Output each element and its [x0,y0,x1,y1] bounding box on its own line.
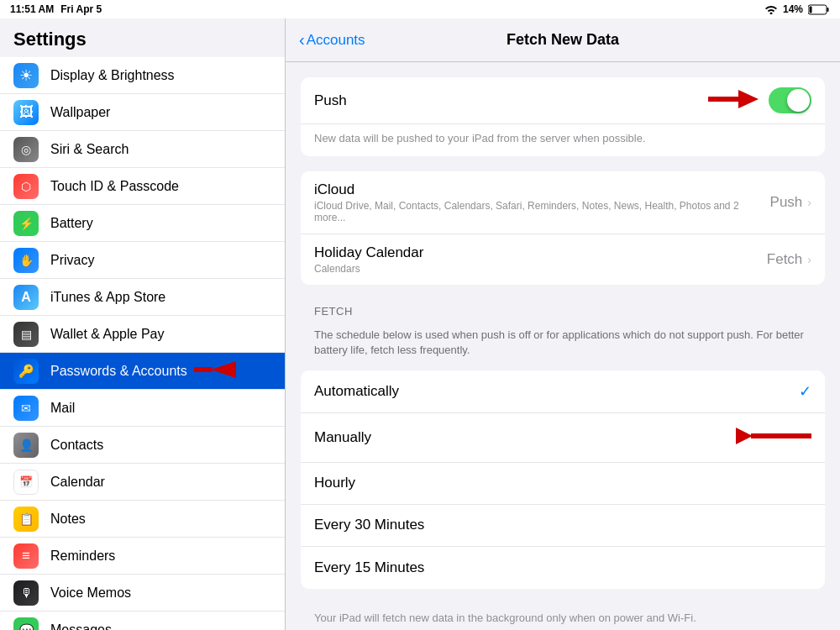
icloud-chevron-icon: › [807,196,811,209]
push-card: Push New data will be pushed to your iPa… [301,77,825,156]
svg-marker-3 [211,361,236,378]
calendar-icon: 📅 [13,470,39,495]
accounts-card: iCloud iCloud Drive, Mail, Contacts, Cal… [301,171,825,285]
fetch-option-manually[interactable]: Manually [301,413,825,463]
fetch-option-label: Hourly [314,475,355,491]
fetch-option-label: Every 15 Minutes [314,559,424,576]
checkmark-icon: ✓ [799,382,811,401]
itunes-icon: A [13,285,39,310]
arrow-right-indicator [708,88,759,113]
voicememos-icon: 🎙 [13,580,39,606]
sidebar-item-label: Messages [50,622,112,631]
svg-rect-5 [708,97,740,102]
nav-bar: ‹ Accounts Fetch New Data [286,18,840,62]
fetch-section-note: The schedule below is used when push is … [301,323,825,370]
nav-title: Fetch New Data [507,31,619,49]
sidebar-item-display[interactable]: ☀ Display & Brightness [0,57,285,94]
svg-marker-6 [738,90,759,108]
sidebar-item-passwords[interactable]: 🔑 Passwords & Accounts [0,353,285,390]
sidebar-item-label: Touch ID & Passcode [50,179,179,194]
status-day: Fri Apr 5 [60,3,102,15]
holiday-chevron-icon: › [807,253,811,266]
push-row: Push [301,77,825,124]
sidebar-item-label: Passwords & Accounts [50,364,187,379]
siri-icon: ◎ [13,137,39,162]
content-area: ‹ Accounts Fetch New Data Push [286,18,840,630]
fetch-option-label: Manually [314,429,371,446]
sidebar-item-battery[interactable]: ⚡ Battery [0,205,285,242]
notes-icon: 📋 [13,507,39,532]
svg-marker-7 [736,428,753,444]
reminders-icon: ≡ [13,543,39,569]
svg-rect-1 [827,8,829,12]
sidebar-item-messages[interactable]: 💬 Messages [0,612,285,630]
wifi-icon [764,4,778,14]
fetch-option-every15[interactable]: Every 15 Minutes [301,547,825,589]
holiday-row[interactable]: Holiday Calendar Calendars Fetch › [301,234,825,285]
status-battery: 14% [783,3,803,15]
push-note: New data will be pushed to your iPad fro… [301,124,825,156]
icloud-label: iCloud [314,181,770,198]
sidebar-item-label: Calendar [50,475,105,490]
sidebar-item-label: Contacts [50,438,103,453]
push-label: Push [314,92,708,109]
touchid-icon: ⬡ [13,174,39,199]
sidebar-item-wallet[interactable]: ▤ Wallet & Apple Pay [0,316,285,353]
sidebar: Settings ☀ Display & Brightness 🖼 Wallpa… [0,18,286,630]
battery-icon [808,4,830,15]
arrow-left-indicator [194,360,236,383]
sidebar-title: Settings [0,18,285,57]
passwords-icon: 🔑 [13,359,39,384]
svg-rect-8 [751,433,811,438]
battery-sidebar-icon: ⚡ [13,211,39,236]
svg-rect-2 [810,6,812,13]
sidebar-item-label: iTunes & App Store [50,290,165,305]
wallpaper-icon: 🖼 [13,100,39,125]
svg-rect-4 [194,367,213,372]
fetch-option-every30[interactable]: Every 30 Minutes [301,505,825,547]
toggle-thumb [787,89,810,112]
sidebar-item-label: Wallpaper [50,105,110,120]
push-toggle[interactable] [769,87,811,113]
sidebar-item-label: Mail [50,401,75,416]
fetch-option-label: Every 30 Minutes [314,517,424,533]
icloud-sublabel: iCloud Drive, Mail, Contacts, Calendars,… [314,200,770,223]
holiday-sublabel: Calendars [314,263,767,275]
sidebar-item-label: Battery [50,216,93,231]
sidebar-item-label: Wallet & Apple Pay [50,327,164,342]
icloud-row[interactable]: iCloud iCloud Drive, Mail, Contacts, Cal… [301,171,825,234]
icloud-value: Push [770,194,803,211]
sidebar-item-mail[interactable]: ✉ Mail [0,390,285,427]
privacy-icon: ✋ [13,248,39,273]
sidebar-item-privacy[interactable]: ✋ Privacy [0,242,285,279]
nav-back-label: Accounts [307,32,365,49]
sidebar-item-label: Reminders [50,549,115,564]
sidebar-item-itunes[interactable]: A iTunes & App Store [0,279,285,316]
sidebar-item-wallpaper[interactable]: 🖼 Wallpaper [0,94,285,131]
sidebar-item-label: Siri & Search [50,142,129,157]
fetch-option-label: Automatically [314,383,399,400]
sidebar-item-contacts[interactable]: 👤 Contacts [0,427,285,464]
sidebar-item-label: Privacy [50,253,94,268]
sidebar-item-touchid[interactable]: ⬡ Touch ID & Passcode [0,168,285,205]
sidebar-item-reminders[interactable]: ≡ Reminders [0,538,285,575]
sidebar-item-siri[interactable]: ◎ Siri & Search [0,131,285,168]
manually-arrow-indicator [736,425,811,450]
holiday-label: Holiday Calendar [314,244,767,261]
sidebar-item-voicememos[interactable]: 🎙 Voice Memos [0,575,285,612]
contacts-icon: 👤 [13,433,39,458]
sidebar-item-label: Display & Brightness [50,68,175,83]
fetch-option-automatically[interactable]: Automatically ✓ [301,370,825,413]
scroll-content: Push New data will be pushed to your iPa… [286,62,840,630]
holiday-value: Fetch [767,251,803,268]
sidebar-item-notes[interactable]: 📋 Notes [0,501,285,538]
sidebar-item-label: Voice Memos [50,585,131,601]
fetch-option-hourly[interactable]: Hourly [301,463,825,505]
chevron-left-icon: ‹ [299,30,305,50]
nav-back-button[interactable]: ‹ Accounts [299,30,365,50]
footer-note: Your iPad will fetch new data in the bac… [301,604,825,630]
status-time: 11:51 AM [10,3,54,15]
messages-icon: 💬 [13,617,39,631]
status-bar: 11:51 AM Fri Apr 5 14% [0,0,840,18]
sidebar-item-calendar[interactable]: 📅 Calendar [0,464,285,501]
